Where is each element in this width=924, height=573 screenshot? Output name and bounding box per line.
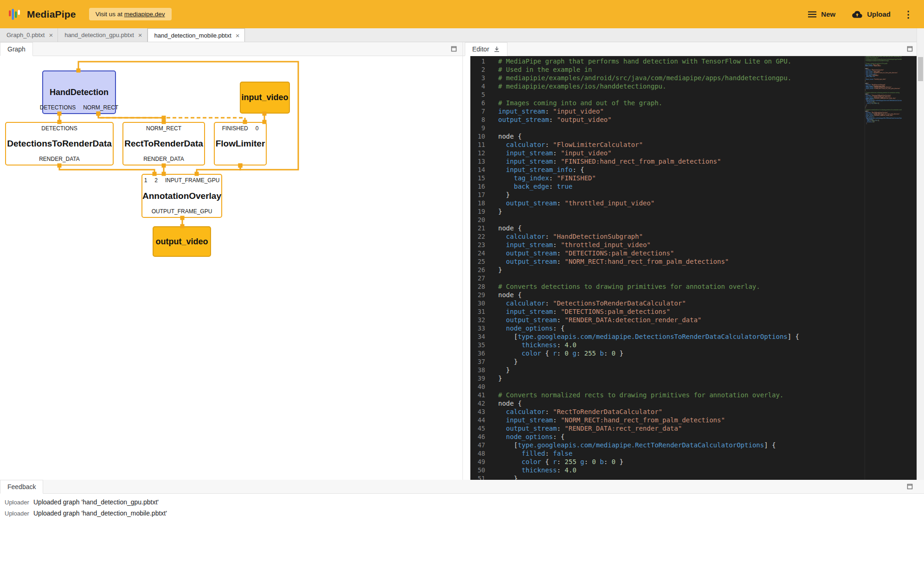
code-line[interactable]: input_stream: "FINISHED:hand_rect_from_p… [498, 157, 924, 166]
graph-node-HandDetection[interactable]: HandDetectionDETECTIONSNORM_RECT [42, 70, 116, 114]
code-line[interactable]: back_edge: true [498, 182, 924, 191]
feedback-panel-title: Feedback [7, 483, 36, 490]
code-line[interactable]: } [498, 191, 924, 199]
file-tab[interactable]: hand_detection_mobile.pbtxt× [148, 28, 245, 42]
code-line[interactable]: # Converts detections to drawing primiti… [498, 282, 924, 291]
code-line[interactable]: output_stream: "output_video" [498, 115, 924, 124]
close-icon[interactable]: × [138, 32, 142, 38]
close-icon[interactable]: × [236, 32, 240, 39]
code-line[interactable]: tag_index: "FINISHED" [498, 174, 924, 182]
code-line[interactable]: thickness: 4.0 [498, 341, 924, 349]
code-line[interactable]: # Converts normalized rects to drawing p… [498, 391, 924, 399]
code-line[interactable]: color { r: 255 g: 0 b: 0 } [498, 458, 924, 466]
code-line[interactable]: # Images coming into and out of the grap… [498, 99, 924, 107]
code-line[interactable]: calculator: "FlowLimiterCalculator" [498, 140, 924, 149]
code-line[interactable]: input_stream: "input_video" [498, 107, 924, 115]
code-line[interactable]: } [498, 266, 924, 274]
code-line[interactable]: node { [498, 224, 924, 232]
editor-expand-icon[interactable] [907, 46, 913, 52]
code-line[interactable]: # mediapipie/examples/ios/handdetectiong… [498, 82, 924, 90]
code-line[interactable]: color { r: 0 g: 255 b: 0 } [498, 349, 924, 357]
line-number: 41 [470, 391, 493, 399]
code-line[interactable]: [type.googleapis.com/mediapipe.Detection… [498, 332, 924, 341]
file-tab[interactable]: hand_detection_gpu.pbtxt× [58, 28, 147, 42]
code-line[interactable]: calculator: "DetectionsToRenderDataCalcu… [498, 299, 924, 307]
graph-expand-icon[interactable] [451, 46, 457, 52]
node-title: DetectionsToRenderData [7, 139, 112, 149]
file-tab-label: hand_detection_mobile.pbtxt [154, 32, 231, 39]
feedback-panel-header: Feedback [0, 480, 924, 494]
code-line[interactable]: input_stream: "throttled_input_video" [498, 241, 924, 249]
download-icon[interactable] [494, 46, 500, 52]
graph-panel-title: Graph [7, 45, 26, 53]
tab-feedback[interactable]: Feedback [0, 480, 43, 494]
code-line[interactable]: thickness: 4.0 [498, 466, 924, 474]
code-line[interactable]: } [498, 366, 924, 374]
line-number: 16 [470, 182, 493, 191]
code-line[interactable]: node_options: { [498, 324, 924, 332]
line-number: 23 [470, 241, 493, 249]
tab-graph[interactable]: Graph [0, 42, 33, 56]
code-line[interactable]: output_stream: "NORM_RECT:hand_rect_from… [865, 88, 902, 89]
vertical-scrollbar[interactable] [917, 28, 924, 480]
feedback-expand-icon[interactable] [907, 484, 913, 490]
code-line[interactable]: } [498, 207, 924, 216]
code-line[interactable]: output_stream: "NORM_RECT:hand_rect_from… [498, 257, 924, 266]
code-line[interactable]: input_stream: "NORM_RECT:hand_rect_from_… [498, 416, 924, 424]
graph-canvas[interactable]: HandDetectionDETECTIONSNORM_RECTinput_vi… [0, 56, 462, 480]
feedback-entries: UploaderUploaded graph 'hand_detection_g… [0, 494, 924, 521]
code-line[interactable]: output_stream: "DETECTIONS:palm_detectio… [498, 249, 924, 257]
node-input-ports: FINISHED0 [215, 125, 266, 132]
line-number: 34 [470, 332, 493, 341]
editor-minimap[interactable]: # MediaPipe graph that performs hand det… [865, 56, 902, 480]
code-line[interactable] [498, 124, 924, 132]
code-line[interactable]: node { [498, 132, 924, 140]
new-button[interactable]: New [802, 6, 842, 22]
code-line[interactable]: # Converts detections to drawing primiti… [865, 92, 902, 94]
node-title: FlowLimiter [216, 139, 265, 149]
graph-node-RectToRenderData[interactable]: NORM_RECTRectToRenderDataRENDER_DATA [122, 122, 205, 166]
code-line[interactable]: output_stream: "throttled_input_video" [498, 199, 924, 207]
code-line[interactable]: # Used in the example in [498, 65, 924, 74]
code-line[interactable] [498, 274, 924, 282]
code-line[interactable]: # MediaPipe graph that performs hand det… [498, 57, 924, 65]
upload-button[interactable]: Upload [846, 6, 897, 22]
code-line[interactable]: } [498, 357, 924, 366]
graph-node-DetectionsToRenderData[interactable]: DETECTIONSDetectionsToRenderDataRENDER_D… [5, 122, 114, 166]
code-line[interactable]: output_stream: "RENDER_DATA:detection_re… [498, 316, 924, 324]
code-line[interactable]: [type.googleapis.com/mediapipe.RectToRen… [498, 441, 924, 449]
more-options-icon[interactable]: ⋮ [901, 7, 916, 22]
file-tab[interactable]: Graph_0.pbtxt× [0, 28, 58, 42]
graph-node-FlowLimiter[interactable]: FINISHED0FlowLimiter [214, 122, 267, 166]
code-line[interactable] [498, 382, 924, 391]
code-line[interactable]: calculator: "HandDetectionSubgraph" [498, 232, 924, 241]
code-line[interactable]: # mediapipie/examples/android/src/java/c… [498, 74, 924, 82]
graph-node-input_video[interactable]: input_video [240, 82, 290, 114]
node-title: input_video [241, 93, 288, 102]
graph-node-output_video[interactable]: output_video [153, 226, 211, 257]
code-line[interactable] [498, 90, 924, 99]
code-line[interactable]: input_stream_info: { [498, 166, 924, 174]
code-line[interactable]: node_options: { [498, 433, 924, 441]
editor-panel: Editor 123456789101112131415161718192021… [463, 42, 924, 480]
code-line[interactable]: filled: false [498, 449, 924, 458]
mediapipe-dev-link[interactable]: mediapipe.dev [124, 11, 165, 18]
scrollbar-thumb[interactable] [918, 57, 923, 81]
code-line[interactable]: node { [498, 399, 924, 407]
code-line[interactable]: } [865, 123, 902, 124]
code-line[interactable]: } [498, 374, 924, 382]
code-line[interactable]: output_stream: "RENDER_DATA:rect_render_… [498, 424, 924, 433]
code-line[interactable]: node { [498, 291, 924, 299]
code-line[interactable]: input_stream: "DETECTIONS:palm_detection… [498, 307, 924, 316]
code-line[interactable]: input_stream: "input_video" [498, 149, 924, 157]
code-editor[interactable]: 1234567891011121314151617181920212223242… [470, 56, 924, 480]
code-content[interactable]: # MediaPipe graph that performs hand det… [493, 56, 924, 480]
tab-editor[interactable]: Editor [465, 42, 507, 56]
close-icon[interactable]: × [49, 32, 53, 38]
code-line[interactable]: } [498, 474, 924, 480]
code-line[interactable]: calculator: "RectToRenderDataCalculator" [498, 407, 924, 416]
code-line[interactable] [498, 216, 924, 224]
line-number: 42 [470, 399, 493, 407]
code-line[interactable]: # Converts normalized rects to drawing p… [865, 109, 902, 111]
graph-node-AnnotationOverlay[interactable]: 12INPUT_FRAME_GPUAnnotationOverlayOUTPUT… [141, 174, 222, 218]
